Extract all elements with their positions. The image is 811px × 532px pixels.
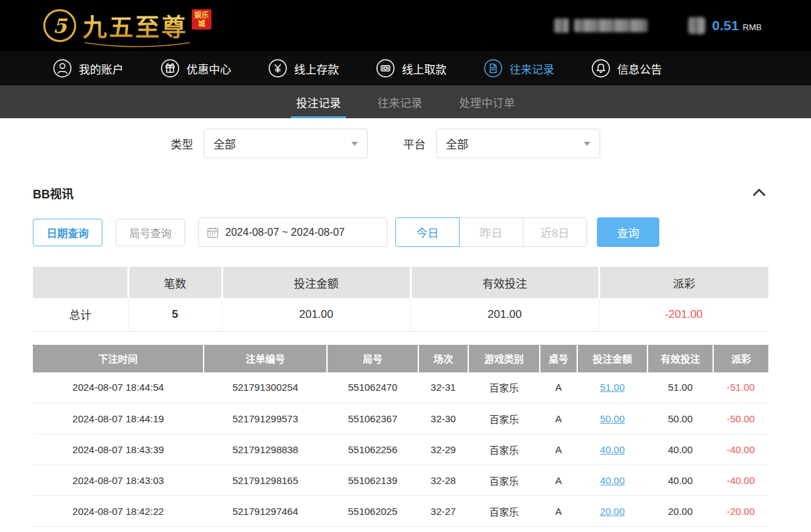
payout: -50.00 bbox=[713, 403, 768, 434]
platform-select[interactable]: 全部 bbox=[436, 129, 600, 158]
summary-header-empty bbox=[33, 267, 128, 298]
bet-amount-link[interactable]: 40.00 bbox=[600, 475, 625, 486]
summary-count: 5 bbox=[128, 298, 222, 331]
nav-item-announcements[interactable]: 信息公告 bbox=[591, 58, 662, 78]
order-id: 521791298165 bbox=[204, 465, 327, 496]
payout: -40.00 bbox=[713, 434, 768, 465]
game-type: 百家乐 bbox=[468, 403, 540, 434]
table-row: 2024-08-07 18:43:39 521791298838 5510622… bbox=[33, 434, 768, 465]
summary-total-label: 总计 bbox=[33, 298, 128, 331]
round-id: 551062139 bbox=[327, 465, 418, 496]
balance-coin-icon-blurred bbox=[688, 17, 705, 34]
summary-header: 笔数 bbox=[128, 267, 222, 298]
bet-time: 2024-08-07 18:44:19 bbox=[33, 403, 204, 434]
round-query-button[interactable]: 局号查询 bbox=[116, 219, 185, 246]
content: 类型 全部 平台 全部 BB视讯 日期查询 局号查询 2024-08- bbox=[33, 129, 768, 527]
deposit-icon bbox=[268, 58, 288, 78]
valid-bet: 20.00 bbox=[647, 496, 713, 527]
valid-bet: 40.00 bbox=[647, 465, 713, 496]
filter-row: 类型 全部 平台 全部 bbox=[171, 129, 768, 158]
type-select[interactable]: 全部 bbox=[204, 129, 368, 158]
table-no: A bbox=[540, 465, 577, 496]
summary-payout: -201.00 bbox=[599, 298, 768, 331]
nav-item-deposit[interactable]: 线上存款 bbox=[268, 58, 339, 78]
nav-item-my-account[interactable]: 我的账户 bbox=[53, 58, 123, 78]
tab-processing-orders[interactable]: 处理中订单 bbox=[456, 85, 517, 118]
search-button[interactable]: 查询 bbox=[597, 217, 659, 247]
platform-filter-label: 平台 bbox=[403, 135, 426, 152]
table-row: 2024-08-07 18:42:22 521791297464 5510620… bbox=[33, 496, 768, 527]
top-header: 5 九五至尊 娱乐 城 0.51 RMB bbox=[0, 0, 811, 51]
today-button[interactable]: 今日 bbox=[395, 217, 460, 247]
valid-bet: 50.00 bbox=[647, 403, 713, 434]
records-icon bbox=[483, 58, 503, 78]
table-no: A bbox=[540, 403, 577, 434]
session: 32-28 bbox=[418, 465, 468, 496]
column-header: 注单编号 bbox=[204, 345, 327, 372]
summary-table: 笔数 投注金额 有效投注 派彩 总计 5 201.00 201.00 -201.… bbox=[33, 267, 768, 332]
last8days-button[interactable]: 近8日 bbox=[523, 217, 587, 247]
order-id: 521791300254 bbox=[204, 372, 327, 403]
nav-item-promotions[interactable]: 优惠中心 bbox=[160, 58, 231, 78]
order-id: 521791298838 bbox=[204, 434, 327, 465]
date-range-input[interactable]: 2024-08-07 ~ 2024-08-07 bbox=[198, 217, 387, 247]
user-avatar-blurred bbox=[554, 18, 569, 33]
date-query-button[interactable]: 日期查询 bbox=[33, 219, 102, 246]
summary-header-row: 笔数 投注金额 有效投注 派彩 bbox=[33, 267, 768, 298]
bet-amount-link[interactable]: 51.00 bbox=[600, 382, 625, 393]
session: 32-30 bbox=[418, 403, 468, 434]
withdraw-icon bbox=[376, 58, 395, 78]
site-logo[interactable]: 5 九五至尊 娱乐 城 bbox=[43, 8, 211, 43]
bet-time: 2024-08-07 18:43:03 bbox=[33, 465, 204, 496]
payout: -51.00 bbox=[713, 372, 768, 403]
chevron-down-icon bbox=[584, 142, 590, 146]
summary-header: 投注金额 bbox=[222, 267, 410, 298]
summary-valid-bet: 201.00 bbox=[410, 298, 599, 331]
yesterday-button[interactable]: 昨日 bbox=[459, 217, 523, 247]
column-header: 下注时间 bbox=[33, 345, 204, 372]
payout: -20.00 bbox=[713, 496, 768, 527]
nav-item-records[interactable]: 往来记录 bbox=[483, 58, 554, 78]
main-nav: 我的账户 优惠中心 线上存款 线上取款 往来记录 bbox=[0, 51, 811, 85]
order-id: 521791299573 bbox=[204, 403, 327, 434]
page: 5 九五至尊 娱乐 城 0.51 RMB 我的账户 bbox=[0, 0, 811, 532]
subtabs: 投注记录 往来记录 处理中订单 bbox=[0, 85, 811, 118]
payout: -40.00 bbox=[713, 465, 768, 496]
type-filter-label: 类型 bbox=[171, 135, 193, 152]
session: 32-29 bbox=[418, 434, 468, 465]
bet-amount-link[interactable]: 50.00 bbox=[600, 413, 625, 424]
summary-header: 有效投注 bbox=[410, 267, 599, 298]
nav-item-label: 线上存款 bbox=[294, 60, 339, 77]
game-type: 百家乐 bbox=[468, 496, 540, 527]
nav-item-withdraw[interactable]: 线上取款 bbox=[376, 58, 447, 78]
column-header: 投注金额 bbox=[577, 345, 647, 372]
round-id: 551062470 bbox=[327, 372, 418, 403]
session: 32-27 bbox=[418, 496, 468, 527]
tab-betting-records[interactable]: 投注记录 bbox=[294, 85, 343, 118]
valid-bet: 40.00 bbox=[647, 434, 713, 465]
table-no: A bbox=[540, 434, 577, 465]
round-id: 551062367 bbox=[327, 403, 418, 434]
bell-icon bbox=[591, 58, 611, 78]
round-id: 551062256 bbox=[327, 434, 418, 465]
table-header-row: 下注时间 注单编号 局号 场次 游戏类别 桌号 投注金额 有效投注 派彩 bbox=[33, 345, 768, 372]
column-header: 游戏类别 bbox=[468, 345, 540, 372]
order-id: 521791297464 bbox=[204, 496, 327, 527]
table-no: A bbox=[540, 372, 577, 403]
platform-select-value: 全部 bbox=[446, 135, 468, 152]
game-type: 百家乐 bbox=[468, 372, 540, 403]
collapse-section-button[interactable] bbox=[750, 186, 768, 201]
bet-amount-link[interactable]: 20.00 bbox=[600, 506, 625, 517]
gift-icon bbox=[160, 58, 180, 78]
nav-item-label: 优惠中心 bbox=[186, 60, 231, 77]
balance-amount: 0.51 bbox=[712, 18, 739, 33]
nav-item-label: 我的账户 bbox=[79, 60, 123, 77]
user-icon bbox=[53, 58, 72, 78]
summary-total-row: 总计 5 201.00 201.00 -201.00 bbox=[33, 298, 768, 331]
column-header: 桌号 bbox=[540, 345, 577, 372]
column-header: 派彩 bbox=[713, 345, 768, 372]
bet-time: 2024-08-07 18:42:22 bbox=[33, 496, 204, 527]
bet-amount-link[interactable]: 40.00 bbox=[600, 444, 625, 455]
game-type: 百家乐 bbox=[468, 434, 540, 465]
tab-transaction-records[interactable]: 往来记录 bbox=[375, 85, 425, 118]
